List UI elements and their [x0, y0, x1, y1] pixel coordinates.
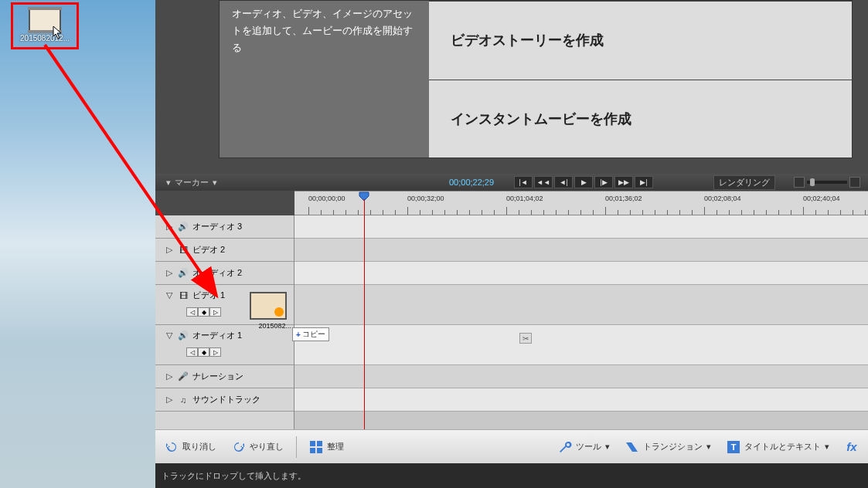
text-icon: T [727, 440, 740, 454]
svg-rect-4 [317, 448, 322, 453]
collapse-icon[interactable]: ▽ [165, 291, 174, 300]
next-key-icon[interactable]: ▷ [209, 307, 221, 317]
zoom-in-icon[interactable] [849, 177, 860, 188]
transition-icon [625, 440, 639, 454]
ruler-tick-label: 00;02;08;04 [704, 195, 741, 202]
undo-label: 取り消し [182, 441, 216, 452]
speaker-icon[interactable]: 🔊 [179, 222, 188, 232]
fx-icon: fx [845, 440, 859, 454]
timecode-display[interactable]: 00;00;22;29 [449, 178, 494, 187]
step-back-button[interactable]: ◄| [554, 176, 573, 188]
organize-label: 整理 [327, 441, 344, 452]
titles-label: タイトルとテキスト [744, 441, 821, 452]
zoom-controls [794, 177, 860, 188]
step-fwd-button[interactable]: |▶ [594, 176, 613, 188]
status-bar: トラックにドロップして挿入します。 [155, 463, 868, 488]
expand-icon[interactable]: ▷ [165, 269, 174, 278]
add-media-body: オーディオ、ビデオ、イメージのアセットを追加して、ムービーの作成を開始する [232, 5, 417, 56]
track-label: サウンドトラック [192, 394, 260, 405]
goto-start-button[interactable]: |◄ [514, 176, 533, 188]
create-video-story-button[interactable]: ビデオストーリーを作成 [429, 1, 852, 80]
track-header-audio3[interactable]: ▷ 🔊 オーディオ 3 [155, 215, 294, 239]
track-header-audio1[interactable]: ▽ 🔊 オーディオ 1 ◁ ◆ ▷ [155, 325, 294, 365]
organize-button[interactable]: 整理 [306, 438, 347, 456]
copy-tooltip: コピー [292, 327, 329, 341]
speaker-icon[interactable]: 🔊 [179, 269, 188, 278]
lane-soundtrack[interactable] [294, 388, 868, 412]
next-frame-button[interactable]: ▶▶ [614, 176, 633, 188]
film-icon[interactable]: 🎞 [179, 291, 188, 300]
expand-icon[interactable]: ▷ [165, 372, 174, 381]
redo-button[interactable]: やり直し [229, 438, 287, 456]
grid-icon [309, 440, 323, 454]
transitions-button[interactable]: トランジション ▾ [622, 438, 714, 456]
goto-end-button[interactable]: ▶| [635, 176, 653, 188]
cut-marker-icon[interactable]: ✂ [519, 333, 532, 344]
effects-button[interactable]: fx [842, 438, 862, 456]
track-header-video2[interactable]: ▷ 🎞 ビデオ 2 [155, 239, 294, 262]
lane-narration[interactable] [294, 365, 868, 388]
track-header-audio2[interactable]: ▷ 🔊 オーディオ 2 [155, 262, 294, 285]
track-header-narration[interactable]: ▷ 🎤 ナレーション [155, 365, 294, 388]
prev-key-icon[interactable]: ◁ [186, 347, 198, 357]
transport-controls: |◄ ◄◄ ◄| ▶ |▶ ▶▶ ▶| [514, 176, 653, 188]
svg-rect-3 [310, 448, 315, 453]
film-icon[interactable]: 🎞 [179, 246, 188, 255]
create-instant-movie-button[interactable]: インスタントムービーを作成 [429, 80, 852, 158]
caret-down-icon: ▾ [166, 178, 171, 188]
keyframe-nav: ◁ ◆ ▷ [165, 347, 294, 357]
caret-down-icon: ▾ [605, 442, 610, 452]
dragged-clip-label: 2015082... [236, 322, 291, 330]
add-media-card[interactable]: メディアを追加 オーディオ、ビデオ、イメージのアセットを追加して、ムービーの作成… [220, 1, 429, 158]
ruler-tick-label: 00;00;00;00 [308, 195, 345, 202]
expand-icon[interactable]: ▷ [165, 246, 174, 255]
mic-icon[interactable]: 🎤 [179, 372, 188, 381]
music-icon[interactable]: ♫ [179, 395, 188, 405]
zoom-out-icon[interactable] [794, 177, 805, 188]
caret-down-icon: ▾ [706, 442, 711, 452]
redo-label: やり直し [250, 441, 284, 452]
marker-label: マーカー [175, 177, 209, 188]
titles-button[interactable]: T タイトルとテキスト ▾ [723, 438, 832, 456]
track-lanes[interactable]: ✂ [294, 215, 868, 429]
undo-button[interactable]: 取り消し [162, 438, 220, 456]
ruler-tick-label: 00;01;36;02 [605, 195, 642, 202]
dragged-clip-thumb[interactable] [250, 292, 287, 320]
render-button[interactable]: レンダリング [713, 175, 775, 190]
desktop-background [0, 0, 155, 488]
video-editor-app: メディアを追加 オーディオ、ビデオ、イメージのアセットを追加して、ムービーの作成… [155, 0, 868, 488]
prev-key-icon[interactable]: ◁ [186, 307, 198, 317]
track-header-soundtrack[interactable]: ▷ ♫ サウンドトラック [155, 388, 294, 412]
track-label: ビデオ 2 [192, 244, 225, 256]
desktop-file-icon[interactable]: 2015082012... [11, 2, 79, 49]
bottom-toolbar: 取り消し やり直し 整理 ツール ▾ トランジション ▾ T タイトルとテキスト… [155, 429, 868, 463]
prev-frame-button[interactable]: ◄◄ [534, 176, 553, 188]
expand-icon[interactable]: ▷ [165, 395, 174, 405]
playhead-line [364, 199, 365, 429]
svg-text:T: T [731, 442, 737, 452]
play-button[interactable]: ▶ [574, 176, 593, 188]
track-label: ナレーション [192, 371, 243, 382]
speaker-icon[interactable]: 🔊 [179, 331, 188, 341]
ruler-tick-label: 00;01;04;02 [506, 195, 543, 202]
ruler-tick-label: 00;00;32;00 [407, 195, 444, 202]
timeline-ruler[interactable]: 00;00;00;0000;00;32;0000;01;04;0200;01;3… [294, 191, 868, 215]
start-options: ビデオストーリーを作成 インスタントムービーを作成 [429, 1, 852, 158]
collapse-icon[interactable]: ▽ [165, 331, 174, 341]
separator [296, 436, 297, 458]
next-key-icon[interactable]: ▷ [209, 347, 221, 357]
lane-audio3[interactable] [294, 215, 868, 239]
zoom-slider[interactable] [807, 181, 847, 184]
tools-button[interactable]: ツール ▾ [555, 438, 613, 456]
cursor-icon [53, 25, 63, 39]
wrench-icon [558, 440, 572, 454]
start-panel: メディアを追加 オーディオ、ビデオ、イメージのアセットを追加して、ムービーの作成… [219, 0, 853, 158]
lane-video1[interactable] [294, 285, 868, 325]
lane-audio1[interactable] [294, 325, 868, 365]
marker-dropdown[interactable]: ▾ マーカー ▾ [166, 177, 217, 188]
add-key-icon[interactable]: ◆ [198, 347, 209, 357]
lane-video2[interactable] [294, 239, 868, 262]
lane-audio2[interactable] [294, 262, 868, 285]
add-key-icon[interactable]: ◆ [198, 307, 209, 317]
expand-icon[interactable]: ▷ [165, 222, 174, 232]
